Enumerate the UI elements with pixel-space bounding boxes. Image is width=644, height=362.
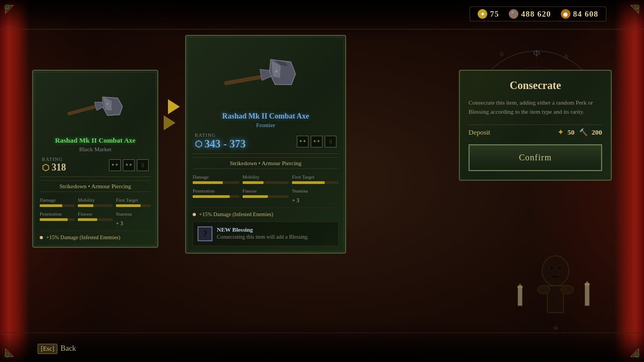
silver-icon: 🔨 [509, 9, 518, 19]
center-perk-icon-2: ✦✦ [311, 136, 323, 147]
left-perk-row: +15% Damage (Infested Enemies) [40, 231, 151, 240]
center-perk-icon-3: ||| [325, 136, 336, 147]
deposit-cost: ✦ 50 🔨 200 [558, 128, 603, 137]
left-rating-row: Rating ⬡ 318 ✦✦ ✦✦ ||| [40, 157, 151, 173]
gold-value: 84 608 [573, 10, 598, 19]
left-item-name: Rashad Mk II Combat Axe [40, 136, 151, 145]
deposit-silver-value: 200 [592, 128, 603, 137]
left-item-card: Rashad Mk II Combat Axe Black Market Rat… [32, 70, 158, 248]
center-separator [193, 153, 339, 154]
left-perk-icons: ✦✦ ✦✦ ||| [109, 159, 149, 171]
stat-damage-left: Damage [40, 197, 75, 207]
left-rating-label: Rating ⬡ 318 [42, 157, 66, 173]
axe-image-left [53, 83, 138, 131]
consecrate-description: Consecrate this item, adding either a ra… [469, 98, 602, 116]
left-stats-header: Strikedown • Armour Piercing [40, 180, 151, 192]
center-item-source: Frontier [193, 122, 339, 128]
center-item-image [193, 42, 339, 112]
blessing-title: NEW Blessing [217, 226, 334, 233]
corner-ornament-br: ☺ [614, 333, 641, 359]
center-perk-text: +15% Damage (Infested Enemies) [199, 211, 273, 217]
center-rating-value: ⬡ 343 - 373 [195, 138, 246, 150]
blessing-desc: Consecrating this item will add a Blessi… [217, 234, 334, 240]
deposit-gems-value: 50 [568, 128, 575, 137]
center-perk-row: +15% Damage (Infested Enemies) [193, 208, 339, 217]
main-layout: Rashad Mk II Combat Axe Black Market Rat… [32, 35, 612, 338]
blessing-box: ? NEW Blessing Consecrating this item wi… [193, 221, 339, 246]
axe-image-center [212, 48, 319, 107]
center-item-name: Rashad Mk II Combat Axe [193, 112, 339, 121]
arrow-divider [158, 99, 185, 130]
silver-value: 488 620 [521, 10, 551, 19]
svg-text:☺: ☺ [635, 5, 639, 10]
left-item-image [40, 77, 151, 136]
rating-icon-left: ⬡ [42, 162, 49, 173]
stat-stamina-left: Stamina + 3 [116, 211, 151, 226]
deposit-gem-icon: ✦ [558, 128, 564, 137]
stat-firsttarget-center: First Target [292, 174, 339, 184]
stat-stamina-center: Stamina + 3 [292, 188, 339, 203]
arrow-1 [168, 99, 180, 114]
confirm-button[interactable]: Confirm [469, 144, 602, 171]
center-item-panel: Rashad Mk II Combat Axe Frontier Rating … [185, 35, 346, 254]
stat-finesse-left: Finesse [78, 211, 113, 226]
gems-currency: ✦ 75 [478, 9, 499, 19]
stat-penetration-left: Penetration [40, 211, 75, 226]
esc-back-area: [Esc] Back [38, 344, 76, 354]
svg-text:☺: ☺ [635, 353, 639, 358]
stat-mobility-left: Mobility [78, 197, 113, 207]
center-rating-left: Rating ⬡ 343 - 373 [195, 132, 246, 150]
center-item-card: Rashad Mk II Combat Axe Frontier Rating … [185, 35, 346, 254]
currency-bar: ✦ 75 🔨 488 620 ◉ 84 608 [470, 6, 606, 21]
gems-icon: ✦ [478, 9, 487, 19]
stat-damage-center: Damage [193, 174, 239, 184]
left-stats-grid: Damage Mobility First Target Penetration… [40, 197, 151, 226]
center-perk-icon-1: ✦✦ [297, 136, 309, 147]
silver-currency: 🔨 488 620 [509, 9, 551, 19]
corner-ornament-bl: ☺ [3, 333, 30, 359]
deposit-silver-icon: 🔨 [579, 128, 588, 137]
stat-mobility-center: Mobility [243, 174, 289, 184]
arrow-2 [164, 115, 175, 130]
deposit-row: Deposit ✦ 50 🔨 200 [469, 128, 602, 137]
left-perk-text: +15% Damage (Infested Enemies) [46, 234, 120, 240]
back-label: Back [61, 344, 76, 352]
arrow-shape [164, 99, 180, 130]
perk-icon-1: ✦✦ [109, 159, 121, 171]
perk-dot-left [40, 236, 43, 239]
stat-finesse-center: Finesse [243, 188, 289, 203]
left-separator [40, 176, 151, 177]
left-rating-value: ⬡ 318 [42, 162, 66, 173]
left-item-panel: Rashad Mk II Combat Axe Black Market Rat… [32, 70, 158, 248]
consecrate-card: Consecrate Consecrate this item, adding … [459, 70, 612, 181]
perk-dot-center [193, 213, 196, 216]
gold-icon: ◉ [561, 9, 570, 19]
corner-ornament-tl: ☺ [3, 3, 30, 29]
center-stats-header: Strikedown • Armour Piercing [193, 157, 339, 169]
gems-value: 75 [490, 10, 499, 19]
consecrate-separator [469, 124, 602, 125]
stat-firsttarget-left: First Target [116, 197, 151, 207]
deposit-label: Deposit [469, 128, 490, 137]
consecrate-title: Consecrate [469, 79, 602, 92]
left-item-source: Black Market [40, 146, 151, 152]
blessing-text-area: NEW Blessing Consecrating this item will… [217, 226, 334, 240]
right-panel: Consecrate Consecrate this item, adding … [459, 70, 612, 181]
svg-text:☺: ☺ [5, 5, 9, 10]
perk-icon-3: ||| [137, 159, 149, 171]
center-perk-icons: ✦✦ ✦✦ ||| [297, 136, 336, 147]
center-stats-grid: Damage Mobility First Target Penetration… [193, 174, 339, 203]
corner-ornament-tr: ☺ [614, 3, 641, 29]
rating-icon-center: ⬡ [195, 139, 202, 149]
center-rating-row: Rating ⬡ 343 - 373 ✦✦ ✦✦ ||| [193, 132, 339, 150]
blessing-icon: ? [197, 226, 213, 241]
esc-key[interactable]: [Esc] [38, 344, 57, 354]
gold-currency: ◉ 84 608 [561, 9, 598, 19]
stat-penetration-center: Penetration [193, 188, 239, 203]
perk-icon-2: ✦✦ [123, 159, 135, 171]
svg-text:☺: ☺ [5, 353, 9, 358]
